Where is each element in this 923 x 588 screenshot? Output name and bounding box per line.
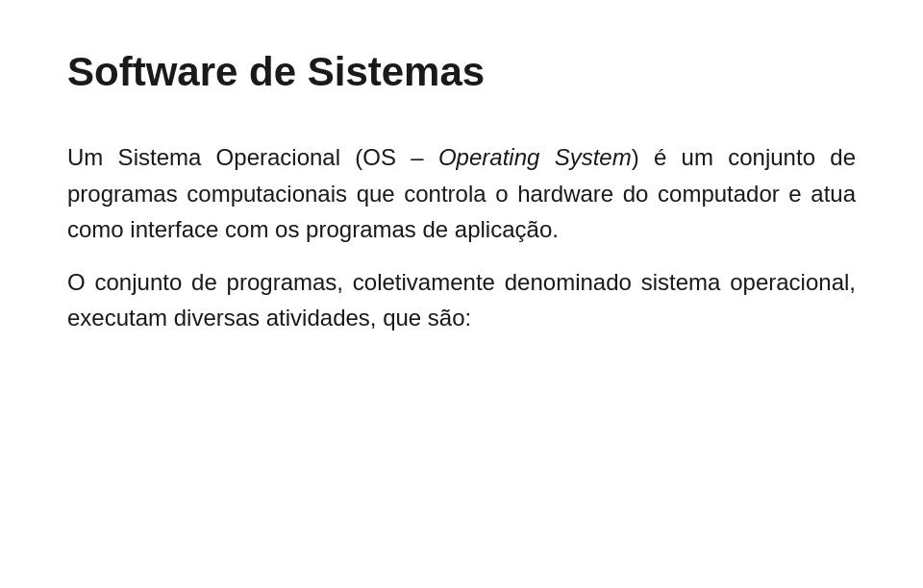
slide: Software de Sistemas Um Sistema Operacio… xyxy=(0,0,923,588)
paragraph-2: O conjunto de programas, coletivamente d… xyxy=(67,264,856,335)
paragraph-1: Um Sistema Operacional (OS – Operating S… xyxy=(67,139,856,247)
slide-title: Software de Sistemas xyxy=(67,48,856,96)
paragraph-1-text-pre: Um Sistema Operacional (OS – xyxy=(67,144,438,170)
paragraph-1-text-italic: Operating System xyxy=(438,144,632,170)
